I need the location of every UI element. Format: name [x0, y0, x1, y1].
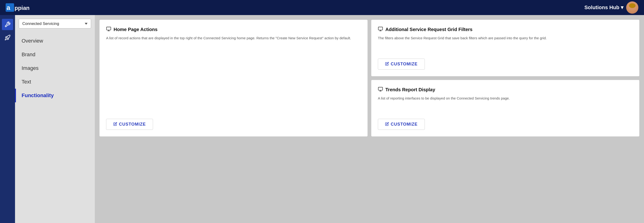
solutions-hub-button[interactable]: Solutions Hub ▾ — [584, 5, 623, 11]
svg-rect-9 — [378, 87, 382, 90]
nav-item-text[interactable]: Text — [15, 75, 95, 89]
sidebar-icon-tools[interactable] — [2, 19, 13, 30]
card-trends-report: Trends Report Display A list of reportin… — [371, 80, 639, 137]
svg-rect-6 — [106, 27, 111, 30]
avatar[interactable] — [626, 2, 638, 14]
content-area: Additional Service Request Grid Filters … — [95, 15, 644, 223]
solutions-hub-label: Solutions Hub — [584, 5, 619, 11]
card2-customize-button[interactable]: CUSTOMIZE — [106, 119, 153, 130]
card2-monitor-icon — [106, 26, 111, 33]
nav-item-functionality[interactable]: Functionality — [15, 89, 95, 102]
pencil-icon-3 — [385, 122, 389, 127]
card2-title: Home Page Actions — [106, 26, 361, 33]
svg-rect-3 — [378, 27, 382, 30]
card3-description: A list of reporting interfaces to be dis… — [378, 96, 633, 116]
pencil-icon-2 — [113, 122, 117, 127]
card1-monitor-icon — [378, 26, 383, 33]
top-nav-right: Solutions Hub ▾ — [584, 2, 638, 14]
card3-customize-label: CUSTOMIZE — [391, 122, 418, 127]
left-nav: Connected Servicing Overview Brand Image… — [15, 15, 95, 223]
logo-area: a ppian — [6, 3, 34, 12]
solution-dropdown[interactable]: Connected Servicing — [19, 19, 91, 29]
nav-item-brand[interactable]: Brand — [15, 48, 95, 61]
card1-customize-button[interactable]: CUSTOMIZE — [378, 59, 425, 70]
nav-item-images[interactable]: Images — [15, 61, 95, 75]
sidebar-icon-rocket[interactable] — [2, 32, 13, 43]
card3-title: Trends Report Display — [378, 86, 633, 93]
card1-description: The filters above the Service Request Gr… — [378, 36, 633, 56]
card3-title-text: Trends Report Display — [385, 87, 435, 92]
nav-items: Overview Brand Images Text Functionality — [15, 32, 95, 104]
nav-item-overview[interactable]: Overview — [15, 34, 95, 48]
top-nav: a ppian Solutions Hub ▾ — [0, 0, 644, 15]
card-home-page-actions: Home Page Actions A list of record actio… — [100, 20, 368, 137]
main-layout: Connected Servicing Overview Brand Image… — [0, 15, 644, 223]
card1-customize-label: CUSTOMIZE — [391, 62, 418, 67]
dropdown-container: Connected Servicing — [15, 15, 95, 32]
pencil-icon-1 — [385, 62, 389, 67]
solutions-hub-chevron: ▾ — [621, 5, 623, 11]
card-additional-filters: Additional Service Request Grid Filters … — [371, 20, 639, 76]
card1-title: Additional Service Request Grid Filters — [378, 26, 633, 33]
card2-customize-label: CUSTOMIZE — [119, 122, 146, 127]
card3-monitor-icon — [378, 86, 383, 93]
icon-sidebar — [0, 15, 15, 223]
card2-title-text: Home Page Actions — [114, 27, 158, 32]
card3-customize-button[interactable]: CUSTOMIZE — [378, 119, 425, 130]
svg-text:ppian: ppian — [14, 5, 30, 11]
appian-logo: a ppian — [6, 3, 34, 12]
card2-description: A list of record actions that are displa… — [106, 36, 361, 116]
card1-title-text: Additional Service Request Grid Filters — [385, 27, 472, 32]
svg-text:a: a — [6, 4, 10, 11]
